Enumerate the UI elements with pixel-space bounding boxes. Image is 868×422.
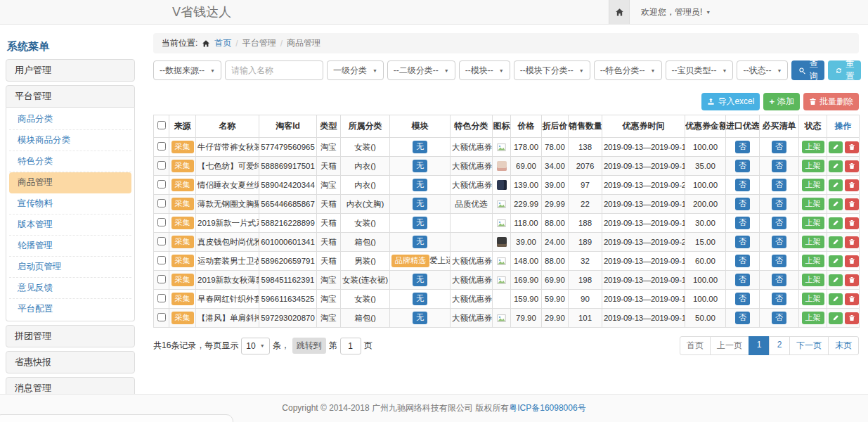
reset-button[interactable]: 重置: [828, 60, 861, 80]
filter-select-module[interactable]: --模块--▼: [459, 60, 510, 80]
import-select-toggle[interactable]: 否: [735, 179, 750, 191]
row-checkbox[interactable]: [157, 161, 166, 170]
status-badge[interactable]: 上架: [802, 217, 824, 229]
row-checkbox[interactable]: [157, 313, 166, 321]
import-excel-button[interactable]: 导入excel: [701, 93, 760, 110]
row-checkbox[interactable]: [157, 237, 166, 245]
sidebar-item-goods-management[interactable]: 商品管理: [9, 172, 131, 193]
page-button-首页[interactable]: 首页: [680, 336, 711, 355]
home-button[interactable]: [609, 0, 630, 24]
import-select-toggle[interactable]: 否: [735, 255, 750, 267]
filter-select-item-type[interactable]: --宝贝类型--▼: [666, 60, 734, 80]
delete-button[interactable]: [845, 255, 859, 267]
row-checkbox[interactable]: [157, 256, 166, 264]
must-buy-toggle[interactable]: 否: [772, 160, 786, 172]
delete-button[interactable]: [845, 141, 859, 153]
sidebar-item-platform-config[interactable]: 平台配置: [9, 299, 131, 319]
sidebar-item-module-goods-category[interactable]: 模块商品分类: [9, 130, 131, 151]
delete-button[interactable]: [845, 236, 859, 248]
edit-button[interactable]: [829, 198, 843, 210]
sidebar-section-group-buy-management[interactable]: 拼团管理: [6, 325, 135, 347]
delete-button[interactable]: [845, 312, 859, 324]
name-search-input[interactable]: [225, 60, 323, 80]
row-checkbox[interactable]: [157, 275, 166, 283]
must-buy-toggle[interactable]: 否: [772, 293, 786, 305]
import-select-toggle[interactable]: 否: [735, 217, 750, 229]
add-button[interactable]: + 添加: [763, 93, 800, 110]
row-checkbox[interactable]: [157, 180, 166, 188]
import-select-toggle[interactable]: 否: [735, 160, 750, 172]
must-buy-toggle[interactable]: 否: [772, 217, 786, 229]
import-select-toggle[interactable]: 否: [735, 198, 750, 210]
edit-button[interactable]: [829, 179, 843, 191]
status-badge[interactable]: 上架: [802, 255, 824, 267]
edit-button[interactable]: [829, 255, 843, 267]
edit-button[interactable]: [829, 160, 843, 172]
filter-select-level1-category[interactable]: 一级分类▼: [327, 60, 384, 80]
status-badge[interactable]: 上架: [802, 274, 824, 286]
delete-button[interactable]: [845, 217, 859, 229]
page-button-下一页[interactable]: 下一页: [789, 336, 829, 355]
import-select-toggle[interactable]: 否: [735, 293, 750, 305]
filter-select-status[interactable]: --状态--▼: [737, 60, 788, 80]
sidebar-item-carousel-management[interactable]: 轮播管理: [9, 236, 131, 257]
sidebar-item-splash-page-management[interactable]: 启动页管理: [9, 257, 131, 278]
breadcrumb-home-link[interactable]: 首页: [214, 37, 231, 49]
import-select-toggle[interactable]: 否: [735, 236, 750, 248]
filter-select-level2-category[interactable]: --二级分类--▼: [387, 60, 455, 80]
import-select-toggle[interactable]: 否: [735, 141, 750, 153]
delete-button[interactable]: [845, 198, 859, 210]
edit-button[interactable]: [829, 312, 843, 324]
status-badge[interactable]: 上架: [802, 293, 824, 305]
batch-delete-button[interactable]: 批量删除: [803, 93, 859, 110]
import-select-toggle[interactable]: 否: [735, 274, 750, 286]
delete-button[interactable]: [845, 160, 859, 172]
sidebar-section-message-management[interactable]: 消息管理: [6, 377, 135, 395]
edit-button[interactable]: [829, 141, 843, 153]
sidebar-item-feedback[interactable]: 意见反馈: [9, 278, 131, 299]
import-select-toggle[interactable]: 否: [735, 312, 750, 324]
sidebar-item-promo-material[interactable]: 宣传物料: [9, 193, 131, 215]
status-badge[interactable]: 上架: [802, 236, 824, 248]
must-buy-toggle[interactable]: 否: [772, 312, 786, 324]
filter-select-data-source[interactable]: --数据来源--▼: [153, 60, 221, 80]
filter-select-feature-category[interactable]: --特色分类--▼: [594, 60, 662, 80]
status-badge[interactable]: 上架: [802, 160, 824, 172]
edit-button[interactable]: [829, 293, 843, 305]
page-button-上一页[interactable]: 上一页: [710, 336, 749, 355]
must-buy-toggle[interactable]: 否: [772, 141, 786, 153]
sidebar-section-user-management[interactable]: 用户管理: [6, 59, 135, 82]
per-page-select[interactable]: 10 ▼: [241, 338, 269, 354]
select-all-checkbox[interactable]: [157, 121, 166, 129]
query-button[interactable]: 查询: [791, 60, 824, 80]
delete-button[interactable]: [845, 179, 859, 191]
user-menu[interactable]: 欢迎您，管理员! ▼: [630, 0, 711, 24]
page-button-末页[interactable]: 末页: [828, 336, 859, 355]
edit-button[interactable]: [829, 236, 843, 248]
row-checkbox[interactable]: [157, 218, 166, 226]
must-buy-toggle[interactable]: 否: [772, 236, 786, 248]
edit-button[interactable]: [829, 217, 843, 229]
sidebar-section-savings-express[interactable]: 省惠快报: [6, 351, 135, 373]
must-buy-toggle[interactable]: 否: [772, 179, 786, 191]
sidebar-section-platform-management[interactable]: 平台管理: [6, 85, 135, 108]
delete-button[interactable]: [845, 293, 859, 305]
status-badge[interactable]: 上架: [802, 312, 824, 324]
row-checkbox[interactable]: [157, 199, 166, 207]
row-checkbox[interactable]: [157, 142, 166, 151]
sidebar-item-version-management[interactable]: 版本管理: [9, 215, 131, 236]
status-badge[interactable]: 上架: [802, 141, 824, 153]
must-buy-toggle[interactable]: 否: [772, 255, 786, 267]
must-buy-toggle[interactable]: 否: [772, 274, 786, 286]
row-checkbox[interactable]: [157, 294, 166, 302]
sidebar-item-feature-category[interactable]: 特色分类: [9, 151, 131, 172]
status-badge[interactable]: 上架: [802, 179, 824, 191]
icp-link[interactable]: 粤ICP备16098006号: [509, 402, 585, 414]
status-badge[interactable]: 上架: [802, 198, 824, 210]
filter-select-module-subcategory[interactable]: --模块下分类--▼: [514, 60, 590, 80]
sidebar-item-goods-category[interactable]: 商品分类: [9, 109, 131, 130]
page-number-input[interactable]: [340, 338, 361, 354]
delete-button[interactable]: [845, 274, 859, 286]
edit-button[interactable]: [829, 274, 843, 286]
page-button-1[interactable]: 1: [749, 336, 770, 355]
